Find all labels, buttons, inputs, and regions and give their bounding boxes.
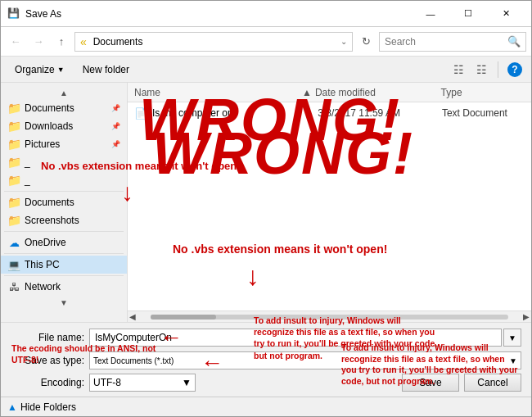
pictures-icon: 📁 [7, 138, 20, 151]
search-box: 🔍 [379, 32, 526, 52]
file-list: 📄 Is my computer on 3/8/2017 11:59 AM Te… [128, 102, 531, 310]
sidebar-scroll-up[interactable]: ▲ [1, 86, 127, 99]
toolbar-right: ☷ ☷ ? [449, 60, 525, 79]
encoding-value: UTF-8 [93, 377, 121, 388]
close-button[interactable]: ✕ [487, 1, 525, 27]
file-list-header: Name ▲ Date modified Type [128, 83, 531, 102]
sidebar: ▲ 📁 Documents 📌 📁 Downloads 📌 📁 Pictures… [1, 83, 128, 322]
folder-icon: « [80, 35, 90, 48]
maximize-button[interactable]: ☐ [449, 1, 487, 27]
address-text: Documents [93, 36, 143, 48]
encoding-select[interactable]: UTF-8 ▼ [89, 374, 196, 392]
file-name: Is my computer on [152, 107, 318, 119]
search-input[interactable] [385, 36, 507, 48]
file-icon: 📄 [134, 107, 147, 120]
folder-icon: 📁 [7, 214, 20, 227]
file-date: 3/8/2017 11:59 AM [318, 107, 442, 119]
encoding-label: Encoding: [11, 377, 84, 388]
hide-folders-label: Hide Folders [20, 401, 76, 413]
navigation-bar: ← → ↑ « Documents ⌄ ↻ 🔍 [1, 27, 531, 57]
folder-icon: 📁 [7, 102, 20, 115]
encoding-chevron-icon: ▼ [182, 377, 192, 388]
view-options-button[interactable]: ☷ [449, 60, 468, 79]
save-as-dialog: 💾 Save As — ☐ ✕ ← → ↑ « Documents ⌄ ↻ 🔍 … [0, 0, 532, 417]
sidebar-item-blank2[interactable]: 📁 _ [1, 171, 127, 189]
sidebar-item-blank1[interactable]: 📁 _ [1, 153, 127, 171]
up-button[interactable]: ↑ [52, 32, 71, 52]
forward-button[interactable]: → [29, 32, 48, 52]
sort-arrow: ▲ [302, 87, 315, 98]
sidebar-item-network[interactable]: 🖧 Network [1, 278, 127, 296]
back-button[interactable]: ← [6, 32, 25, 52]
scroll-right-btn[interactable]: ▶ [521, 312, 531, 321]
column-type: Type [441, 87, 525, 98]
scroll-track [151, 315, 508, 320]
sidebar-item-documents-pinned[interactable]: 📁 Documents 📌 [1, 99, 127, 117]
sidebar-scroll-down[interactable]: ▼ [1, 296, 127, 309]
refresh-button[interactable]: ↻ [356, 32, 376, 52]
main-area: ▲ 📁 Documents 📌 📁 Downloads 📌 📁 Pictures… [1, 83, 531, 322]
organize-button[interactable]: Organize ▼ [7, 60, 72, 79]
sidebar-item-pictures[interactable]: 📁 Pictures 📌 [1, 135, 127, 153]
sidebar-divider3 [4, 253, 124, 254]
organize-chevron-icon: ▼ [57, 66, 65, 74]
address-bar[interactable]: « Documents ⌄ [74, 32, 353, 52]
sidebar-item-downloads[interactable]: 📁 Downloads 📌 [1, 117, 127, 135]
hide-folders-bar[interactable]: ▲ Hide Folders [1, 397, 531, 416]
new-folder-button[interactable]: New folder [75, 60, 137, 79]
scroll-thumb[interactable] [151, 315, 216, 320]
sidebar-divider2 [4, 231, 124, 232]
savetype-label: Save as type: [11, 355, 84, 366]
hide-folders-icon: ▲ [7, 401, 17, 413]
sidebar-divider [4, 191, 124, 192]
file-area: WRONG! No .vbs extension means it won't … [128, 83, 531, 322]
computer-icon: 💻 [7, 258, 20, 271]
horizontal-scrollbar[interactable]: ◀ ▶ [128, 310, 531, 322]
column-date: Date modified [315, 87, 441, 98]
sidebar-item-screenshots[interactable]: 📁 Screenshots [1, 211, 127, 229]
sidebar-divider4 [4, 275, 124, 276]
window-icon: 💾 [7, 7, 20, 20]
column-name: Name [134, 87, 302, 98]
toolbar: Organize ▼ New folder ☷ ☷ ? [1, 57, 531, 83]
minimize-button[interactable]: — [412, 1, 449, 27]
filename-label: File name: [11, 332, 84, 343]
table-row[interactable]: 📄 Is my computer on 3/8/2017 11:59 AM Te… [128, 104, 531, 122]
savetype-value: Text Documents (*.txt) [93, 356, 174, 365]
toolbar-separator [498, 61, 498, 78]
file-type: Text Document [442, 107, 525, 119]
window-controls: — ☐ ✕ [412, 1, 525, 27]
folder-icon: 📁 [7, 174, 20, 187]
sidebar-item-onedrive[interactable]: ☁ OneDrive [1, 233, 127, 252]
sidebar-item-documents2[interactable]: 📁 Documents [1, 193, 127, 211]
window-title: Save As [25, 8, 412, 20]
downloads-icon: 📁 [7, 120, 20, 133]
onedrive-icon: ☁ [7, 236, 20, 249]
folder-icon: 📁 [7, 196, 20, 209]
search-icon: 🔍 [507, 35, 521, 48]
insult-annotation: To add insult to injury, Windows will re… [341, 342, 521, 388]
form-area: File name: ▼ Save as type: Text Document… [1, 322, 531, 397]
help-button[interactable]: ? [505, 60, 525, 79]
title-bar: 💾 Save As — ☐ ✕ [1, 1, 531, 27]
folder-icon: 📁 [7, 156, 20, 169]
address-chevron-icon: ⌄ [340, 37, 347, 46]
sidebar-item-thispc[interactable]: 💻 This PC [1, 256, 127, 274]
scroll-left-btn[interactable]: ◀ [128, 312, 138, 321]
view-toggle-button[interactable]: ☷ [471, 60, 491, 79]
network-icon: 🖧 [7, 280, 20, 293]
